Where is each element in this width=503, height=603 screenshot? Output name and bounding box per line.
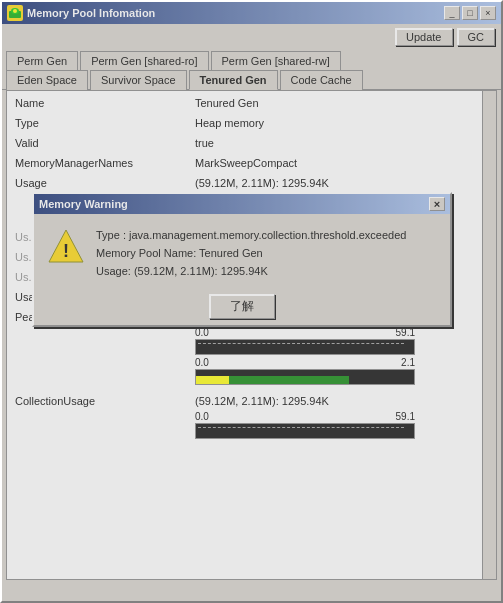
modal-overlay-dim <box>2 2 501 601</box>
main-window: Memory Pool Infomation _ □ × Update GC P… <box>0 0 503 603</box>
